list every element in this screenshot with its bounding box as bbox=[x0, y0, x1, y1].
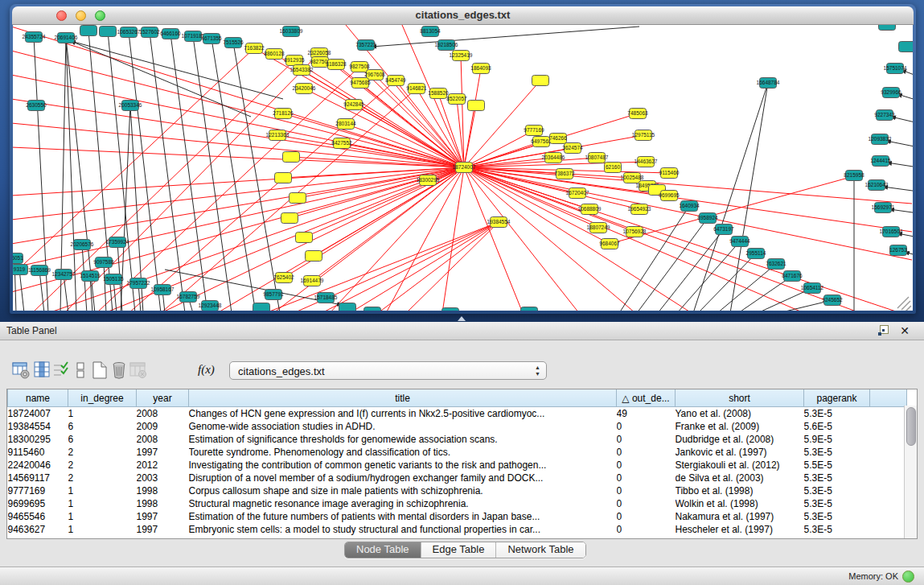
graph-node[interactable]: 9242845 bbox=[343, 100, 364, 110]
table-cell[interactable]: 22420046 bbox=[8, 459, 68, 472]
graph-node[interactable]: 14463627 bbox=[634, 157, 658, 167]
graph-node[interactable]: 12975115 bbox=[632, 130, 655, 141]
graph-node[interactable]: 20206576 bbox=[71, 240, 94, 250]
table-cell[interactable]: 2 bbox=[68, 446, 137, 459]
graph-node[interactable]: 16210643 bbox=[865, 180, 889, 191]
table-vertical-scrollbar[interactable] bbox=[904, 406, 917, 538]
graph-node[interactable]: 9329966 bbox=[881, 88, 901, 98]
table-cell[interactable]: Franke et al. (2009) bbox=[676, 420, 804, 433]
table-row[interactable]: 1456911722003Disruption of a novel membe… bbox=[8, 472, 907, 484]
table-row[interactable]: 946362711997Embryonic stem cells: a mode… bbox=[8, 523, 907, 536]
graph-node[interactable]: 12325419 bbox=[450, 51, 473, 61]
graph-node[interactable]: 4671355 bbox=[201, 34, 222, 44]
graph-node[interactable]: 7485063 bbox=[627, 109, 648, 119]
table-cell[interactable]: 5.3E-5 bbox=[804, 446, 870, 459]
graph-node[interactable]: 1588520 bbox=[428, 89, 449, 99]
graph-node[interactable] bbox=[281, 213, 298, 224]
citation-edge-black[interactable] bbox=[233, 43, 280, 311]
column-header-in-degree[interactable]: in_degree bbox=[68, 389, 137, 407]
graph-node[interactable] bbox=[275, 173, 292, 183]
column-header-title[interactable]: title bbox=[189, 389, 617, 407]
citation-edge-black[interactable] bbox=[887, 163, 913, 167]
table-cell[interactable]: Genome-wide association studies in ADHD. bbox=[189, 420, 617, 433]
graph-node[interactable] bbox=[339, 303, 356, 311]
citation-edge-black[interactable] bbox=[738, 276, 792, 311]
graph-node[interactable]: 8215958 bbox=[844, 171, 864, 181]
tab-node-table[interactable]: Node Table bbox=[345, 542, 421, 558]
graph-node[interactable]: 9319 bbox=[13, 265, 28, 275]
citation-edge-black[interactable] bbox=[891, 117, 913, 123]
graph-node[interactable]: 18300295 bbox=[417, 175, 440, 186]
table-cell[interactable]: Tibbo et al. (1998) bbox=[676, 484, 804, 497]
table-cell[interactable]: 1997 bbox=[137, 446, 189, 459]
graph-node[interactable]: 8471676 bbox=[782, 271, 803, 282]
table-cell[interactable]: 0 bbox=[617, 510, 676, 523]
graph-node[interactable]: 8813054 bbox=[420, 27, 441, 37]
graph-node[interactable]: 20691406 bbox=[55, 33, 78, 43]
table-cell[interactable]: 14569117 bbox=[8, 472, 68, 484]
graph-node[interactable]: 9146821 bbox=[406, 84, 427, 94]
graph-node[interactable]: 7163822 bbox=[244, 43, 265, 54]
table-cell[interactable]: 0 bbox=[617, 523, 676, 536]
scrollbar-thumb[interactable] bbox=[906, 407, 916, 446]
graph-node[interactable]: 20364486 bbox=[542, 153, 565, 163]
graph-node[interactable]: 9474444 bbox=[729, 237, 750, 247]
table-cell[interactable]: Embryonic stem cells: a model to study s… bbox=[189, 523, 617, 536]
citation-edge-red[interactable] bbox=[464, 167, 804, 311]
citation-edge-red[interactable] bbox=[13, 51, 464, 167]
table-cell[interactable]: 2008 bbox=[137, 433, 189, 446]
citation-edge-red[interactable] bbox=[330, 167, 464, 311]
function-builder-icon[interactable]: f(x) bbox=[198, 363, 215, 377]
graph-node[interactable]: 2955114 bbox=[746, 249, 766, 259]
graph-node[interactable]: 9097588 bbox=[93, 257, 114, 268]
graph-node[interactable]: 16914479 bbox=[301, 276, 324, 286]
citation-edge-black[interactable] bbox=[886, 141, 913, 147]
table-cell[interactable]: 5.9E-5 bbox=[804, 433, 870, 446]
table-cell[interactable]: 6 bbox=[68, 433, 137, 446]
graph-node[interactable] bbox=[521, 307, 538, 311]
table-cell[interactable]: 2008 bbox=[137, 407, 189, 421]
graph-node[interactable]: 2803144 bbox=[335, 119, 356, 130]
graph-node[interactable]: 10958167 bbox=[151, 285, 175, 295]
table-cell[interactable]: Investigating the contribution of common… bbox=[189, 459, 617, 472]
graph-node[interactable]: 8522057 bbox=[446, 94, 467, 105]
table-row[interactable]: 1872400712008Changes of HCN gene express… bbox=[8, 407, 907, 421]
table-cell[interactable]: 1 bbox=[68, 510, 137, 523]
graph-node[interactable] bbox=[306, 251, 322, 262]
table-cell[interactable]: 5.3E-5 bbox=[804, 497, 870, 510]
table-cell[interactable]: 0 bbox=[617, 420, 676, 433]
table-cell[interactable]: 9777169 bbox=[8, 484, 68, 497]
table-selector-combobox[interactable]: citations_edges.txt ▲▼ bbox=[229, 361, 547, 380]
network-graph[interactable]: 1872400718300295193845547163822886012889… bbox=[13, 25, 913, 311]
table-cell[interactable]: 0 bbox=[617, 484, 676, 497]
table-cell[interactable]: 1 bbox=[68, 497, 137, 510]
citation-edge-black[interactable] bbox=[129, 32, 161, 311]
graph-node[interactable]: 7386372 bbox=[554, 169, 575, 179]
graph-node[interactable]: 12213363 bbox=[266, 130, 290, 141]
table-cell[interactable]: 1998 bbox=[137, 497, 189, 510]
citation-edge-black[interactable] bbox=[372, 27, 639, 47]
table-cell[interactable]: Jankovic et al. (1997) bbox=[676, 446, 804, 459]
graph-node[interactable]: 8958924 bbox=[697, 213, 718, 224]
graph-node[interactable]: 24355724 bbox=[23, 32, 46, 43]
graph-node[interactable] bbox=[879, 25, 896, 31]
column-header-year[interactable]: year bbox=[137, 389, 189, 407]
column-header-out-degree[interactable]: △ out_de... bbox=[617, 389, 676, 407]
graph-node[interactable]: 9227343 bbox=[874, 110, 895, 121]
show-column-button[interactable] bbox=[33, 360, 52, 380]
graph-node[interactable]: 3624574 bbox=[562, 143, 583, 154]
table-cell[interactable]: 9115460 bbox=[8, 446, 68, 459]
citation-edge-red[interactable] bbox=[217, 167, 464, 311]
tab-network-table[interactable]: Network Table bbox=[496, 542, 585, 558]
graph-node[interactable]: 19384554 bbox=[487, 217, 511, 228]
table-cell[interactable]: 1 bbox=[68, 523, 137, 536]
graph-node[interactable]: 746266 bbox=[549, 134, 567, 144]
citation-edge-red[interactable] bbox=[406, 222, 499, 311]
citation-edge-black[interactable] bbox=[211, 39, 256, 311]
graph-node[interactable]: 8427552 bbox=[331, 138, 352, 149]
table-cell[interactable]: 5.6E-5 bbox=[804, 420, 870, 433]
graph-node[interactable]: 9684067 bbox=[599, 239, 620, 249]
citation-edge-red[interactable] bbox=[378, 222, 499, 311]
table-cell[interactable]: 1 bbox=[68, 484, 137, 497]
graph-node[interactable] bbox=[364, 307, 381, 311]
